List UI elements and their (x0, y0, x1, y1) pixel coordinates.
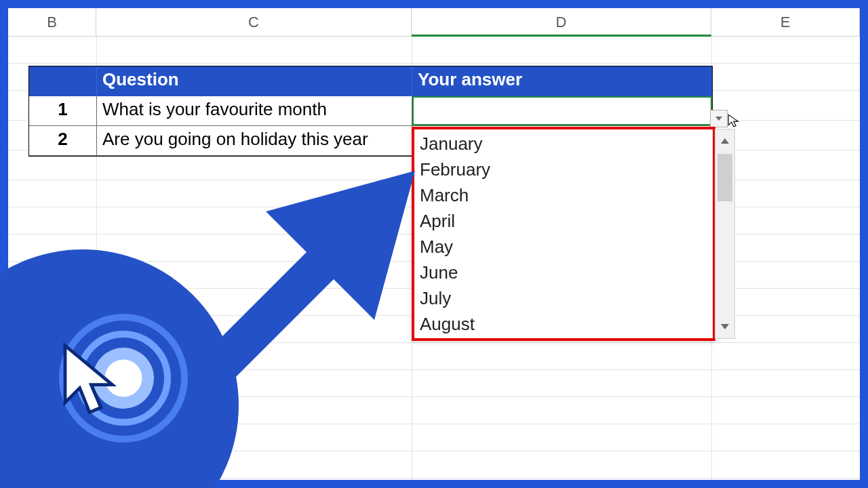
logo-cursor-icon (49, 338, 130, 419)
table-header-answer: Your answer (412, 66, 712, 96)
column-header-b[interactable]: B (8, 8, 96, 36)
dropdown-item[interactable]: June (420, 260, 713, 285)
column-header-e[interactable]: E (711, 8, 860, 36)
question-cell[interactable]: What is your favourite month (97, 96, 412, 126)
column-header-d[interactable]: D (412, 8, 711, 36)
dropdown-item[interactable]: April (420, 208, 713, 234)
question-cell[interactable]: Are you going on holiday this year (97, 126, 412, 156)
dropdown-item[interactable]: August (420, 311, 713, 337)
table-header-num (29, 66, 97, 96)
spreadsheet: B C D E (8, 8, 860, 480)
chevron-up-icon (721, 138, 729, 144)
scroll-down-button[interactable] (715, 315, 734, 338)
app-frame: B C D E (0, 0, 868, 488)
dropdown-scrollbar[interactable] (715, 129, 735, 339)
table-header-row: Question Your answer (29, 66, 712, 96)
chevron-down-icon (715, 117, 722, 121)
dropdown-button[interactable] (710, 110, 728, 127)
column-header-c[interactable]: C (96, 8, 412, 36)
row-number: 1 (29, 96, 97, 126)
table-row: 1 What is your favourite month (29, 96, 712, 126)
dropdown-item[interactable]: May (420, 234, 713, 260)
scroll-up-button[interactable] (715, 129, 734, 152)
answer-cell-active[interactable] (412, 96, 712, 126)
scroll-thumb[interactable] (717, 154, 732, 201)
table-header-question: Question (97, 66, 412, 96)
column-headers: B C D E (8, 8, 860, 37)
dropdown-item[interactable]: January (420, 131, 713, 157)
cursor-icon (727, 113, 742, 128)
row-number: 2 (29, 126, 97, 156)
chevron-down-icon (721, 324, 729, 329)
dropdown-item[interactable]: July (420, 285, 713, 311)
dropdown-item[interactable]: March (420, 182, 713, 208)
dropdown-item[interactable]: February (420, 157, 713, 182)
dropdown-list: January February March April May June Ju… (412, 127, 715, 341)
